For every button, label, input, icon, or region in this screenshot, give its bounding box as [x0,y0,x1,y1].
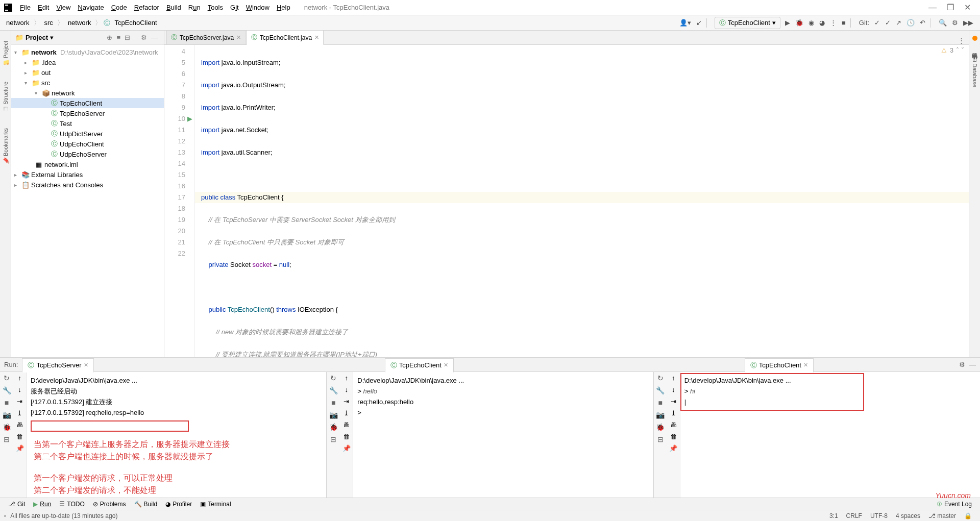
run-tab-server[interactable]: ⒸTcpEchoServer✕ [22,358,93,373]
run-gutter-icon[interactable]: ▶ [187,113,192,125]
code-editor[interactable]: 456789 10▶ 111213141516171819202122 impo… [164,45,969,357]
tree-f4[interactable]: ⒸUdpDictServer [11,129,164,139]
hide-icon[interactable]: — [969,361,976,368]
vcs-update-icon[interactable]: ↙ [694,19,704,27]
tree-root[interactable]: ▾📁network D:\study\JavaCode\2023\network [11,47,164,57]
run-tab-client2[interactable]: ⒸTcpEchoClient✕ [745,358,814,373]
minimize-button[interactable]: — [923,3,942,12]
stop-icon[interactable]: ■ [5,399,9,407]
print-icon[interactable]: 🖶 [670,421,677,429]
coverage-icon[interactable]: ◉ [806,19,817,27]
console-output[interactable]: D:\develop\Java\JDK\bin\java.exe ... > h… [353,372,653,498]
tab-client[interactable]: ⒸTcpEchoClient.java✕ [247,31,324,45]
menu-run[interactable]: Run [185,4,204,11]
camera-icon[interactable]: 📷 [656,411,665,419]
crumb-file[interactable]: TcpEchoClient [112,19,159,27]
pin-icon[interactable]: 📌 [342,444,351,452]
run-tab-client1[interactable]: ⒸTcpEchoClient✕ [385,358,454,373]
run-config-dropdown[interactable]: Ⓒ TcpEchoClient ▾ [715,17,780,29]
user-icon[interactable]: 👤▾ [677,19,694,27]
lock-icon[interactable]: 🔒 [960,512,976,519]
close-icon[interactable]: ✕ [444,362,448,368]
pin-icon[interactable]: 📌 [669,444,677,452]
scroll-icon[interactable]: ⤓ [17,409,22,417]
attach-icon[interactable]: ⋮ [827,19,839,27]
clear-icon[interactable]: 🗑 [670,433,677,440]
down-icon[interactable]: ↓ [18,386,21,393]
search-icon[interactable]: 🔍 [936,19,949,27]
tree-f2[interactable]: ⒸTcpEchoServer [11,108,164,118]
console-output[interactable]: D:\develop\Java\JDK\bin\java.exe ... 服务器… [27,372,326,498]
menu-tools[interactable]: Tools [204,4,227,11]
file-encoding[interactable]: UTF-8 [866,512,892,519]
bottom-run[interactable]: ▶Run [29,501,55,508]
dump-icon[interactable]: 🐞 [656,423,665,431]
bookmarks-tool-tab[interactable]: 🔖 Bookmarks [2,128,9,164]
collapse-all-icon[interactable]: ⊟ [122,34,132,41]
tree-src[interactable]: ▾📁src [11,78,164,88]
code-with-me-icon[interactable]: ▶▶ [961,19,976,27]
menu-refactor[interactable]: Refactor [131,4,163,11]
menu-code[interactable]: Code [108,4,131,11]
maximize-button[interactable]: ❐ [942,3,959,12]
tree-scratch[interactable]: ▸📋Scratches and Consoles [11,180,164,190]
menu-help[interactable]: Help [273,4,294,11]
exit-icon[interactable]: ⊟ [657,435,664,443]
pin-icon[interactable]: 📌 [16,444,24,452]
camera-icon[interactable]: 📷 [3,411,11,419]
rerun-icon[interactable]: ↻ [4,374,10,382]
profile-icon[interactable]: ◕ [817,19,827,27]
wrap-icon[interactable]: ⇥ [671,398,676,405]
stop-icon[interactable]: 🔧 [3,386,11,394]
close-button[interactable]: ✕ [959,3,976,12]
close-icon[interactable]: ✕ [314,34,319,41]
menu-build[interactable]: Build [163,4,185,11]
chevron-up-icon[interactable]: ˆ [957,47,959,54]
bottom-eventlog[interactable]: ①Event Log [933,501,976,508]
scroll-icon[interactable]: ⤓ [344,409,349,417]
menu-git[interactable]: Git [227,4,242,11]
select-opened-icon[interactable]: ⊕ [105,34,114,41]
structure-tool-tab[interactable]: ⬚ Structure [2,82,9,113]
down-icon[interactable]: ↓ [672,386,675,393]
up-icon[interactable]: ↑ [18,374,21,382]
up-icon[interactable]: ↑ [345,374,349,382]
bottom-terminal[interactable]: ▣Terminal [196,501,235,508]
git-push-icon[interactable]: ↗ [893,19,904,27]
bottom-todo[interactable]: ☰TODO [55,501,88,508]
down-icon[interactable]: ↓ [345,386,349,393]
inspection-widget[interactable]: ⚠3 ˆˇ [941,47,964,54]
tree-f1[interactable]: ⒸTcpEchoClient [11,98,164,108]
stop-icon[interactable]: ■ [839,19,848,27]
bottom-problems[interactable]: ⊘Problems [89,501,130,508]
git-rollback-icon[interactable]: ↶ [917,19,928,27]
tree-ext[interactable]: ▸📚External Libraries [11,169,164,180]
tree-idea[interactable]: ▸📁.idea [11,57,164,67]
debug-icon[interactable]: 🐞 [793,19,806,27]
clear-icon[interactable]: 🗑 [343,433,350,440]
stop-icon[interactable]: 🔧 [656,386,665,394]
expand-all-icon[interactable]: ≡ [114,34,122,41]
wrap-icon[interactable]: ⇥ [17,398,22,405]
menu-view[interactable]: View [53,4,74,11]
project-tool-tab[interactable]: 📁 Project [2,41,9,66]
crumb-pkg[interactable]: network [66,19,93,27]
indent-info[interactable]: 4 spaces [892,512,924,519]
git-commit-icon[interactable]: ✓ [883,19,893,27]
tree-f3[interactable]: ⒸTest [11,118,164,129]
tab-server[interactable]: ⒸTcpEchoServer.java✕ [166,31,246,44]
hide-icon[interactable]: — [149,34,160,41]
rerun-icon[interactable]: ↻ [330,374,336,382]
bottom-git[interactable]: ⎇Git [4,501,29,508]
dump-icon[interactable]: 🐞 [3,423,11,431]
scroll-icon[interactable]: ⤓ [671,409,676,417]
print-icon[interactable]: 🖶 [343,421,350,429]
git-branch[interactable]: ⎇ master [924,512,960,519]
tree-iml[interactable]: ▦network.iml [11,159,164,169]
menu-edit[interactable]: Edit [34,4,53,11]
tree-f5[interactable]: ⒸUdpEchoClient [11,139,164,149]
git-history-icon[interactable]: 🕓 [904,19,917,27]
bottom-profiler[interactable]: ◕Profiler [161,501,196,508]
close-icon[interactable]: ✕ [803,362,808,368]
cursor-position[interactable]: 3:1 [825,512,842,519]
